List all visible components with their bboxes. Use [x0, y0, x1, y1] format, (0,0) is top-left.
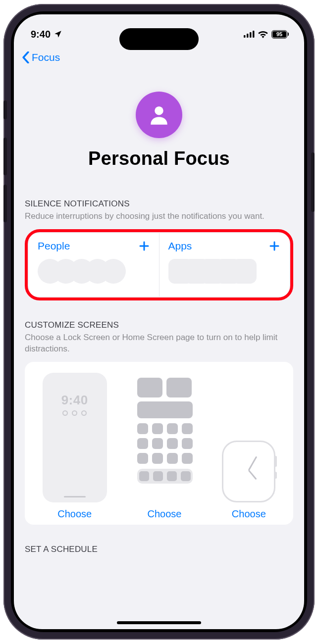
- volume-down-button: [3, 185, 7, 222]
- watch-preview: [222, 441, 275, 502]
- cellular-icon: [244, 31, 255, 38]
- silence-subtext: Reduce interruptions by choosing just th…: [25, 211, 293, 222]
- choose-home-label: Choose: [148, 508, 182, 520]
- customize-subtext: Choose a Lock Screen or Home Screen page…: [25, 332, 293, 355]
- battery-icon: 95: [271, 30, 287, 39]
- back-button[interactable]: Focus: [22, 51, 60, 63]
- apps-label: Apps: [168, 240, 192, 252]
- back-label: Focus: [32, 51, 60, 63]
- svg-rect-0: [244, 35, 246, 38]
- mute-switch: [3, 100, 7, 119]
- silence-card: People Apps: [29, 233, 289, 297]
- home-screen-preview: [132, 373, 197, 502]
- add-people-icon[interactable]: [138, 240, 150, 252]
- status-time: 9:40: [31, 29, 51, 40]
- silence-heading: SILENCE NOTIFICATIONS: [25, 199, 293, 209]
- lock-screen-preview: 9:40: [43, 373, 107, 502]
- lock-time: 9:40: [43, 393, 107, 408]
- phone-frame: 9:40 95 Focus: [3, 4, 315, 640]
- add-apps-icon[interactable]: [268, 240, 280, 252]
- customize-heading: CUSTOMIZE SCREENS: [25, 320, 293, 330]
- schedule-heading: SET A SCHEDULE: [25, 545, 293, 554]
- annotation-highlight: People Apps: [25, 229, 293, 300]
- people-cell[interactable]: People: [29, 233, 159, 297]
- choose-watch-label: Choose: [232, 508, 266, 520]
- volume-up-button: [3, 138, 7, 175]
- svg-rect-3: [253, 31, 255, 38]
- schedule-section: SET A SCHEDULE: [14, 525, 304, 554]
- personal-focus-icon: [136, 92, 182, 138]
- people-label: People: [38, 240, 70, 252]
- svg-point-4: [155, 106, 163, 115]
- svg-rect-2: [250, 32, 252, 38]
- page-title: Personal Focus: [88, 148, 230, 169]
- status-bar: 9:40 95: [14, 14, 304, 44]
- home-screen-option[interactable]: Choose: [132, 373, 197, 520]
- apps-placeholder: [168, 259, 257, 284]
- hero: Personal Focus: [14, 71, 304, 179]
- battery-percentage: 95: [276, 31, 282, 37]
- screens-card: 9:40 Choose Choose: [25, 362, 293, 525]
- power-button: [311, 152, 315, 212]
- svg-rect-1: [247, 34, 249, 38]
- home-indicator[interactable]: [117, 621, 201, 624]
- watch-option[interactable]: Choose: [222, 441, 275, 520]
- wifi-icon: [258, 30, 268, 38]
- lock-screen-option[interactable]: 9:40 Choose: [43, 373, 107, 520]
- silence-section: SILENCE NOTIFICATIONS Reduce interruptio…: [14, 179, 304, 300]
- location-icon: [53, 30, 62, 39]
- people-placeholder: [38, 259, 126, 284]
- choose-lock-label: Choose: [57, 508, 92, 520]
- apps-cell[interactable]: Apps: [159, 233, 290, 297]
- customize-section: CUSTOMIZE SCREENS Choose a Lock Screen o…: [14, 300, 304, 525]
- screen: 9:40 95 Focus: [14, 14, 304, 629]
